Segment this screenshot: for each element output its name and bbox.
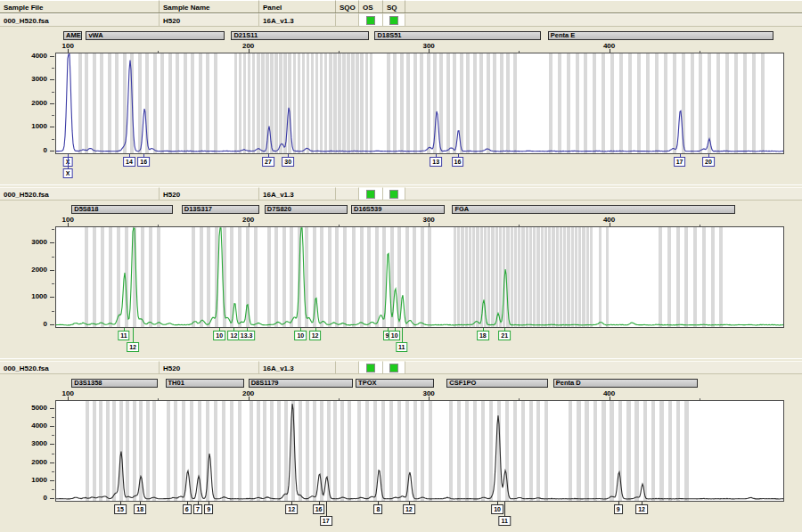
column-header-sample-file[interactable]: Sample File: [0, 0, 160, 12]
allele-label[interactable]: 16: [313, 504, 325, 514]
allele-label[interactable]: 12: [635, 504, 648, 514]
y-tick-mark: [50, 408, 54, 409]
allele-label[interactable]: 13: [430, 157, 442, 167]
allele-label[interactable]: 10: [294, 331, 307, 340]
sample-result-row[interactable]: 000_H520.fsaH52016A_v1.3: [0, 187, 802, 201]
cell-sample-name[interactable]: H520: [160, 361, 259, 373]
y-tick-label: 2000: [31, 266, 47, 274]
allele-label[interactable]: 12: [403, 504, 415, 514]
cell-panel[interactable]: 16A_v1.3: [259, 187, 336, 200]
marker-bar-d18s51[interactable]: D18S51: [374, 31, 540, 40]
marker-bar-th01[interactable]: TH01: [166, 379, 244, 388]
cell-sq-status[interactable]: [383, 361, 405, 373]
marker-bar-d16s539[interactable]: D16S539: [351, 205, 445, 214]
column-header-panel[interactable]: Panel: [259, 0, 336, 12]
cell-sq-status[interactable]: [383, 13, 405, 26]
allele-label[interactable]: 11: [118, 331, 129, 340]
allele-label[interactable]: 20: [702, 157, 715, 167]
marker-label: D13S317: [184, 205, 212, 213]
cell-sample-file[interactable]: 000_H520.fsa: [0, 13, 160, 26]
cell-panel[interactable]: 16A_v1.3: [259, 13, 336, 26]
electropherogram-trace: [56, 53, 784, 154]
cell-sample-file[interactable]: 000_H520.fsa: [0, 361, 160, 373]
cell-os-status[interactable]: [359, 13, 383, 26]
marker-label: Penta D: [556, 379, 581, 387]
cell-sample-file[interactable]: 000_H520.fsa: [0, 187, 160, 200]
allele-label[interactable]: 12: [309, 331, 322, 340]
plot-area[interactable]: [55, 53, 784, 154]
marker-bar-vwa[interactable]: vWA: [86, 31, 225, 40]
marker-bar-d8s1179[interactable]: D8S1179: [249, 379, 353, 388]
allele-label[interactable]: 9: [204, 504, 213, 514]
sq-pass-indicator: [389, 16, 398, 25]
allele-label[interactable]: 27: [262, 157, 274, 167]
marker-bar-tpox[interactable]: TPOX: [356, 379, 434, 388]
allele-label[interactable]: 15: [114, 504, 127, 514]
cell-sqo[interactable]: [336, 13, 359, 26]
allele-label[interactable]: 30: [282, 157, 294, 167]
y-tick-mark: [50, 151, 54, 151]
cell-os-status[interactable]: [359, 361, 383, 373]
y-minor-tick-mark: [52, 283, 54, 284]
allele-label[interactable]: 11: [498, 516, 510, 526]
allele-label[interactable]: 10: [491, 504, 503, 514]
y-tick-label: 2000: [31, 459, 47, 466]
column-header-filler: [405, 0, 802, 12]
allele-label[interactable]: 21: [498, 331, 511, 340]
allele-label[interactable]: 10: [213, 331, 225, 340]
marker-bar-d5s818[interactable]: D5S818: [71, 205, 172, 214]
allele-label[interactable]: 14: [123, 157, 135, 167]
marker-bar-amel[interactable]: AMEL: [63, 31, 82, 40]
y-tick-mark: [50, 242, 54, 243]
os-pass-indicator: [366, 364, 375, 372]
sample-result-row[interactable]: 000_H520.fsaH52016A_v1.3: [0, 13, 802, 27]
cell-os-status[interactable]: [359, 187, 383, 200]
allele-label[interactable]: 8: [373, 504, 382, 514]
marker-bar-csf1po[interactable]: CSF1PO: [446, 379, 547, 388]
allele-label[interactable]: 17: [320, 516, 332, 526]
allele-label[interactable]: 18: [477, 331, 489, 340]
y-minor-tick-mark: [52, 68, 54, 69]
cell-sqo[interactable]: [336, 187, 359, 200]
cell-sq-status[interactable]: [383, 187, 405, 200]
allele-label[interactable]: 11: [396, 342, 407, 352]
allele-label[interactable]: 7: [193, 504, 202, 514]
marker-bar-d7s820[interactable]: D7S820: [265, 205, 348, 214]
cell-sample-name[interactable]: H520: [160, 13, 259, 26]
x-axis-ruler: 100200300400: [0, 215, 802, 226]
allele-label[interactable]: 12: [127, 342, 139, 352]
allele-label[interactable]: 18: [134, 504, 146, 514]
marker-bar-d21s11[interactable]: D21S11: [231, 31, 369, 40]
allele-label[interactable]: X: [63, 168, 73, 178]
marker-bar-d3s1358[interactable]: D3S1358: [71, 379, 158, 388]
marker-bar-fga[interactable]: FGA: [452, 205, 735, 214]
electropherogram-panel-3: 000_H520.fsaH52016A_v1.3D3S1358TH01D8S11…: [0, 361, 802, 532]
y-minor-tick-mark: [52, 92, 54, 93]
plot-area[interactable]: [55, 226, 784, 328]
cell-panel[interactable]: 16A_v1.3: [259, 361, 336, 373]
allele-labels-row: XX1416273013161720: [0, 154, 802, 184]
cell-sqo[interactable]: [336, 361, 359, 373]
column-header-sample-name[interactable]: Sample Name: [160, 0, 259, 12]
cell-sample-name[interactable]: H520: [160, 187, 259, 200]
sample-result-row[interactable]: 000_H520.fsaH52016A_v1.3: [0, 361, 802, 374]
y-tick-mark: [50, 426, 54, 427]
marker-bar-penta-d[interactable]: Penta D: [553, 379, 698, 388]
allele-label[interactable]: 17: [674, 157, 686, 167]
y-tick-mark: [50, 103, 54, 104]
allele-label[interactable]: 12: [285, 504, 298, 514]
allele-label[interactable]: 16: [137, 157, 150, 167]
column-header-os[interactable]: OS: [359, 0, 383, 12]
marker-bar-d13s317[interactable]: D13S317: [182, 205, 259, 214]
allele-label[interactable]: 10: [389, 331, 401, 340]
y-axis: 0100020003000: [0, 226, 55, 328]
allele-label[interactable]: 16: [452, 157, 464, 167]
y-minor-tick-mark: [52, 311, 54, 312]
allele-label[interactable]: 13.3: [238, 331, 256, 340]
allele-label[interactable]: 9: [614, 504, 623, 514]
allele-label[interactable]: 6: [183, 504, 192, 514]
column-header-sq[interactable]: SQ: [383, 0, 405, 12]
plot-area[interactable]: [55, 400, 784, 502]
column-header-sqo[interactable]: SQO: [336, 0, 359, 12]
marker-bar-penta-e[interactable]: Penta E: [548, 31, 773, 40]
